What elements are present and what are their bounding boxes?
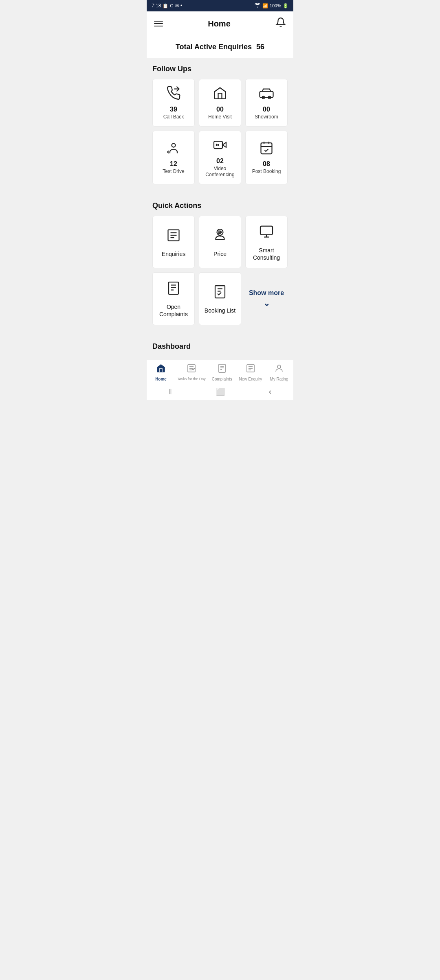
- show-more-label: Show more: [249, 289, 284, 297]
- status-bar: 7:18 📋 G ✉ • 📶 100% 🔋: [147, 0, 293, 11]
- smart-consulting-action[interactable]: Smart Consulting: [245, 216, 288, 268]
- homevisitcount: 00: [216, 106, 224, 113]
- document-list-icon: [166, 281, 181, 298]
- nav-complaints-label: Complaints: [212, 377, 232, 381]
- open-complaints-label: Open Complaints: [156, 303, 191, 318]
- my-rating-nav-icon: [274, 363, 284, 376]
- showroomcount: 00: [263, 106, 270, 113]
- svg-point-4: [172, 144, 176, 147]
- svg-rect-22: [169, 282, 178, 294]
- total-enquiries-count: 56: [256, 43, 264, 51]
- testdrivecount: 12: [170, 160, 177, 168]
- testdrive-card[interactable]: 12 Test Drive: [152, 131, 195, 184]
- quick-actions-section: Quick Actions Enquiries: [147, 195, 293, 336]
- nav-tasks-label: Tasks for the Day: [177, 377, 206, 381]
- bottom-navigation: Home Tasks for the Day Complaints: [147, 360, 293, 384]
- dashboard-title: Dashboard: [152, 342, 288, 351]
- page-title: Home: [208, 19, 231, 28]
- homevisitlabel: Home Visit: [208, 114, 232, 120]
- video-icon: [213, 138, 227, 154]
- android-home-btn[interactable]: ⬜: [216, 387, 225, 396]
- calendar-check-icon: [259, 140, 274, 157]
- callbacklabel: Call Back: [163, 114, 184, 120]
- signal-icon: 📶: [262, 3, 268, 9]
- hamburger-menu[interactable]: [154, 21, 163, 26]
- callback-card[interactable]: 39 Call Back: [152, 79, 195, 127]
- svg-line-5: [167, 151, 169, 152]
- status-right: 📶 100% 🔋: [254, 3, 288, 9]
- svg-point-18: [220, 232, 220, 233]
- car-icon: [259, 86, 274, 103]
- followups-row-1: 39 Call Back 00 Home Visit: [152, 79, 288, 127]
- svg-rect-1: [260, 92, 273, 98]
- nav-home[interactable]: Home: [149, 363, 173, 381]
- battery-icon: 🔋: [283, 3, 288, 9]
- price-label: Price: [213, 250, 227, 258]
- followups-section: Follow Ups 39 Call Back 00: [147, 58, 293, 195]
- chevron-down-icon: ⌄: [263, 298, 270, 308]
- nav-home-label: Home: [155, 377, 167, 381]
- open-complaints-action[interactable]: Open Complaints: [152, 272, 195, 325]
- show-more-button[interactable]: Show more ⌄: [245, 272, 288, 325]
- videoconfcount: 02: [216, 158, 224, 165]
- homevisit-card[interactable]: 00 Home Visit: [199, 79, 241, 127]
- svg-rect-26: [215, 286, 225, 298]
- svg-point-41: [277, 365, 281, 368]
- wifi-icon: [254, 3, 261, 9]
- app-header: Home: [147, 11, 293, 36]
- svg-rect-10: [261, 143, 272, 154]
- videoconflabel: Video Conferencing: [202, 166, 238, 178]
- nav-my-rating[interactable]: My Rating: [267, 363, 291, 381]
- followups-title: Follow Ups: [152, 65, 288, 73]
- rupee-hand-icon: [213, 228, 227, 245]
- home-icon: [213, 86, 227, 103]
- quickactions-row-2: Open Complaints Booking List Show more ⌄: [152, 272, 288, 325]
- nav-tasks[interactable]: Tasks for the Day: [177, 363, 206, 381]
- android-back-btn[interactable]: ‹: [269, 387, 271, 396]
- monitor-icon: [259, 224, 274, 241]
- booking-list-label: Booking List: [205, 307, 235, 314]
- postbookingcount: 08: [263, 160, 270, 168]
- new-enquiry-nav-icon: [246, 363, 255, 376]
- document-check-icon: [213, 284, 227, 301]
- quickactions-row-1: Enquiries Price: [152, 216, 288, 268]
- callbackcount: 39: [170, 106, 177, 113]
- testdrive-icon: [166, 140, 181, 157]
- nav-my-rating-label: My Rating: [270, 377, 288, 381]
- quick-actions-title: Quick Actions: [152, 201, 288, 210]
- showroomlabel: Showroom: [255, 114, 278, 120]
- list-icon: [166, 228, 181, 245]
- svg-line-6: [167, 152, 169, 153]
- postbooking-card[interactable]: 08 Post Booking: [245, 131, 288, 184]
- battery-label: 100%: [270, 3, 281, 8]
- svg-rect-19: [260, 226, 273, 234]
- g-icon: G: [170, 3, 174, 8]
- svg-point-8: [217, 144, 219, 146]
- enquiries-action[interactable]: Enquiries: [152, 216, 195, 268]
- price-action[interactable]: Price: [199, 216, 241, 268]
- android-navbar: ⦀ ⬜ ‹: [147, 384, 293, 400]
- home-nav-icon: [156, 363, 166, 376]
- total-enquiries-label: Total Active Enquiries: [176, 43, 252, 51]
- nav-new-enquiry-label: New Enquiry: [239, 377, 262, 381]
- svg-rect-33: [219, 364, 225, 372]
- testdrivelabel: Test Drive: [163, 168, 184, 175]
- email-icon: ✉: [175, 3, 179, 9]
- notification-icon: 📋: [163, 3, 168, 9]
- showroom-card[interactable]: 00 Showroom: [245, 79, 288, 127]
- dashboard-section: Dashboard: [147, 336, 293, 360]
- nav-complaints[interactable]: Complaints: [210, 363, 234, 381]
- status-time: 7:18: [152, 3, 161, 9]
- dot-icon: •: [180, 3, 182, 9]
- booking-list-action[interactable]: Booking List: [199, 272, 241, 325]
- status-left: 7:18 📋 G ✉ •: [152, 3, 182, 9]
- nav-new-enquiry[interactable]: New Enquiry: [238, 363, 263, 381]
- smart-consulting-label: Smart Consulting: [249, 247, 284, 261]
- notification-bell-icon[interactable]: [275, 17, 286, 30]
- complaints-nav-icon: [217, 363, 227, 376]
- videoconf-card[interactable]: 02 Video Conferencing: [199, 131, 241, 184]
- total-enquiries-bar: Total Active Enquiries 56: [147, 36, 293, 58]
- postbookinglabel: Post Booking: [252, 168, 281, 175]
- android-menu-btn[interactable]: ⦀: [169, 387, 172, 396]
- followups-row-2: 12 Test Drive 02 Video Conferencing: [152, 131, 288, 184]
